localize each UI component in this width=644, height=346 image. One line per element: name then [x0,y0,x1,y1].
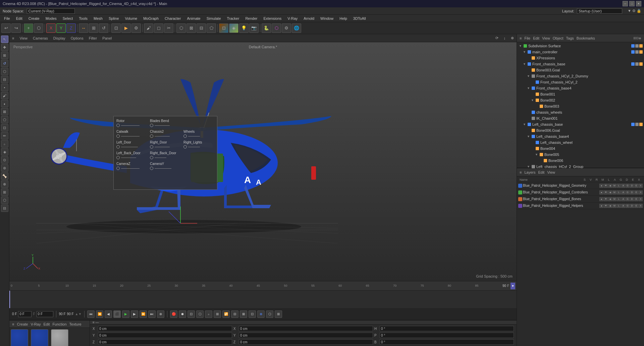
timeline-track[interactable] [9,291,517,308]
close-button[interactable]: ✕ [636,1,641,6]
layer-icon-2[interactable]: ◈ [608,204,612,208]
tool-scale[interactable]: ⊞ [1,52,8,59]
menu-item-v-ray[interactable]: V-Ray [285,16,300,21]
layer-icon-0[interactable]: ● [599,204,603,208]
coord-rot-x-input[interactable] [239,326,373,331]
rig-cameray-slider[interactable] [150,167,171,170]
tree-item[interactable]: Bone006.Goal [517,127,644,133]
toolbar-obj[interactable]: ⬡ [34,23,43,33]
layer-icon-6[interactable]: G [626,190,630,194]
scene-menu-edit[interactable]: Edit [533,36,539,40]
tree-expand-arrow[interactable]: ▼ [527,135,530,138]
playback-mode-7[interactable]: 🔁 [222,310,230,318]
material-item-1[interactable]: Blue_Pat [31,329,48,346]
material-menu-toggle[interactable]: ≡ [12,322,14,326]
menu-item-mesh[interactable]: Mesh [91,16,105,21]
toolbar-snap[interactable]: ⊡ [111,23,121,33]
layer-icon-6[interactable]: G [626,184,630,188]
material-menu-vray[interactable]: V-Ray [31,322,41,326]
play-stop[interactable]: ⬛ [113,310,121,318]
coord-z-input[interactable] [98,339,232,345]
scene-menu-toggle[interactable]: ≡ [520,36,522,40]
maximize-button[interactable]: □ [629,1,635,6]
menu-item-arnold[interactable]: Arnold [301,16,317,21]
viewport-menu-display[interactable]: Display [53,36,65,40]
play-next-frame[interactable]: ▶ [131,310,138,318]
play-record[interactable]: ⊕ [157,310,164,318]
layer-icon-0[interactable]: ● [599,197,603,201]
menu-item-volume[interactable]: Volume [122,16,140,21]
toolbar-extrude[interactable]: ⊟ [197,23,206,33]
playback-mode-2[interactable]: ⏺ [179,310,186,318]
menu-item-window[interactable]: Window [318,16,336,21]
tree-item[interactable]: ▼Subdivision Surface [517,43,644,49]
layer-icon-6[interactable]: G [626,204,630,208]
layer-icon-0[interactable]: ● [599,190,603,194]
tree-item[interactable]: ▼Front_chassis_base4 [517,85,644,91]
play-prev-key[interactable]: ⏪ [96,310,103,318]
play-play[interactable]: ▶ [122,310,129,318]
tree-item[interactable]: XPressions [517,55,644,61]
rig-right-back-door-slider[interactable] [150,156,166,159]
tree-item[interactable]: Bone006 [517,158,644,164]
toolbar-globe[interactable]: 🌐 [292,23,301,33]
layer-icon-5[interactable]: A [621,184,625,188]
layer-icon-6[interactable]: G [626,197,630,201]
viewport-menu-cameras[interactable]: Cameras [33,36,48,40]
coord-rot-y-input[interactable] [239,333,373,338]
layer-icon-1[interactable]: 👁 [604,197,608,201]
viewport-3d[interactable]: Perspective Default Camera.* Grid Spacin… [9,42,517,281]
toolbar-bevel[interactable]: ⬠ [207,23,216,33]
layer-icon-8[interactable]: E [634,190,638,194]
tool-rotate[interactable]: ↺ [1,60,8,67]
timeline-end-marker[interactable]: ▼ [511,283,515,289]
scene-menu-object[interactable]: Object [553,36,564,40]
layer-icon-9[interactable]: X [639,197,643,201]
playback-mode-1[interactable]: 🔴 [170,310,177,318]
tool-edge[interactable]: ⊟ [1,76,8,83]
tree-item[interactable]: Bone004 [517,146,644,152]
playback-mode-5[interactable]: ⬦ [205,310,212,318]
tool-extrude[interactable]: ⊠ [1,108,8,115]
toolbar-x-axis[interactable]: X [46,23,56,33]
scene-menu-tags[interactable]: Tags [566,36,574,40]
tool-move[interactable]: ✚ [1,44,8,51]
rig-tbd-slider[interactable] [183,152,208,156]
tree-item[interactable]: ▼Left_chassis_base4 [517,133,644,139]
tree-expand-arrow[interactable]: ▼ [527,74,530,78]
layer-icon-3[interactable]: M [612,197,616,201]
tool-rig[interactable]: 🦴 [1,172,8,180]
tree-expand-arrow[interactable]: ▼ [523,62,526,66]
tree-item[interactable]: ▼Bone005 [517,152,644,158]
toolbar-add[interactable]: + [24,23,33,33]
viewport-menu-options[interactable]: Options [71,36,84,40]
layer-icon-5[interactable]: A [621,190,625,194]
frame-current-input[interactable] [18,311,32,317]
layer-row[interactable]: Blue_Patrol_Helicopter_Rigged_Controller… [517,189,644,196]
scene-menu-file[interactable]: File [524,36,530,40]
layer-icon-8[interactable]: E [634,197,638,201]
rig-wheels-slider[interactable] [183,134,200,138]
toolbar-redo[interactable]: ↪ [11,23,21,33]
playback-mode-11[interactable]: ⊕ [257,310,265,318]
menu-item-tools[interactable]: Tools [76,16,90,21]
tree-expand-arrow[interactable]: ▼ [527,165,530,168]
tool-bridge[interactable]: ⊡ [1,124,8,131]
material-menu-create[interactable]: Create [17,322,28,326]
layer-icon-3[interactable]: M [612,184,616,188]
toolbar-settings[interactable]: ⚙ [282,23,291,33]
rig-right-door-slider[interactable] [150,145,170,149]
tree-item[interactable]: ▼Left_chassis_base [517,121,644,127]
toolbar-z-axis[interactable]: Z [66,23,76,33]
layer-icon-2[interactable]: ◈ [608,190,612,194]
material-item-0[interactable]: Blue_Pat [11,329,28,346]
tree-expand-arrow[interactable]: ▼ [527,86,530,90]
layer-icon-8[interactable]: E [634,184,638,188]
menu-item-extensions[interactable]: Extensions [261,16,284,21]
playback-mode-13[interactable]: ⊞ [275,310,282,318]
play-next-key[interactable]: ⏩ [140,310,147,318]
tree-item[interactable]: Bone003 [517,103,644,109]
tool-weld[interactable]: ✏ [1,132,8,139]
toolbar-poly[interactable]: ⬡ [176,23,186,33]
rig-blades-bend-slider[interactable] [150,124,170,127]
